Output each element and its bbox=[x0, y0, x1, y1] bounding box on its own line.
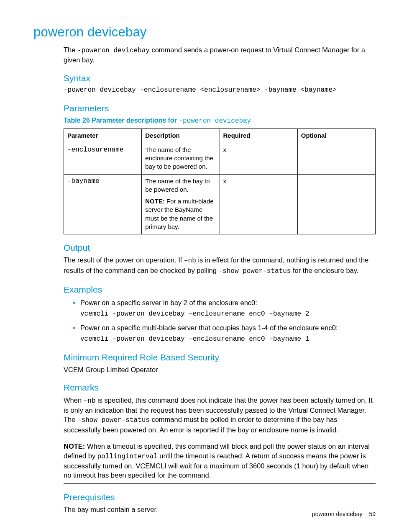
text: for the enclosure bay. bbox=[291, 267, 358, 274]
output-paragraph: The result of the power on operation. If… bbox=[64, 255, 376, 276]
example-text: Power on a specific multi-blade server t… bbox=[80, 324, 338, 332]
remarks-heading: Remarks bbox=[64, 382, 376, 393]
text: The result of the power on operation. If bbox=[64, 256, 184, 264]
inline-code: –nb bbox=[84, 397, 96, 405]
syntax-heading: Syntax bbox=[64, 72, 376, 84]
cell-req: x bbox=[220, 174, 297, 234]
footer-title: poweron devicebay bbox=[312, 511, 363, 517]
cell-desc: The name of the bay to be powered on. NO… bbox=[142, 174, 220, 234]
list-item: Power on a specific server in bay 2 of t… bbox=[80, 298, 376, 319]
parameters-heading: Parameters bbox=[64, 103, 376, 114]
inline-code: –nb bbox=[184, 257, 196, 265]
intro-paragraph: The -poweron devicebay command sends a p… bbox=[64, 45, 376, 65]
table-header-row: Parameter Description Required Optional bbox=[64, 129, 376, 143]
page-title: poweron devicebay bbox=[33, 23, 376, 41]
syntax-line: -poweron devicebay -enclosurename <enclo… bbox=[64, 86, 376, 95]
inline-code: pollinginterval bbox=[97, 453, 158, 460]
cell-opt bbox=[297, 143, 375, 174]
examples-heading: Examples bbox=[64, 284, 376, 296]
page-number: 59 bbox=[369, 511, 376, 517]
col-optional: Optional bbox=[297, 129, 375, 143]
example-command: vcemcli -poweron devicebay –enclosurenam… bbox=[80, 335, 376, 344]
text: The name of the bay to be powered on. bbox=[145, 177, 210, 193]
examples-list: Power on a specific server in bay 2 of t… bbox=[64, 298, 376, 344]
text: When bbox=[64, 396, 84, 404]
example-command: vcemcli -poweron devicebay –enclosurenam… bbox=[80, 310, 376, 319]
example-text: Power on a specific server in bay 2 of t… bbox=[80, 299, 257, 306]
page-footer: poweron devicebay 59 bbox=[312, 510, 376, 518]
inline-code: –show power-status bbox=[77, 416, 150, 424]
content: The -poweron devicebay command sends a p… bbox=[64, 45, 376, 514]
col-parameter: Parameter bbox=[64, 129, 142, 143]
list-item: Power on a specific multi-blade server t… bbox=[80, 323, 376, 344]
cell-opt bbox=[297, 174, 375, 234]
table-row: -bayname The name of the bay to be power… bbox=[64, 174, 376, 234]
cell-param: -enclosurename bbox=[64, 143, 142, 174]
cell-param: -bayname bbox=[64, 174, 142, 234]
output-heading: Output bbox=[64, 242, 376, 254]
rbs-text: VCEM Group Limited Operator bbox=[64, 365, 376, 374]
inline-code: -show power-status bbox=[219, 267, 291, 275]
note-box: NOTE: When a timeout is specified, this … bbox=[64, 438, 376, 483]
rbs-heading: Minimum Required Role Based Security bbox=[64, 352, 376, 363]
prereq-heading: Prerequisites bbox=[64, 491, 376, 503]
inline-code: -poweron devicebay bbox=[77, 47, 150, 54]
note-label: NOTE: bbox=[64, 442, 85, 450]
cell-req: x bbox=[220, 143, 297, 174]
table-caption: Table 26 Parameter descriptions for -pow… bbox=[64, 116, 376, 126]
caption-code: -poweron devicebay bbox=[179, 117, 251, 125]
col-required: Required bbox=[220, 129, 297, 143]
col-description: Description bbox=[142, 129, 220, 143]
note-label: NOTE: bbox=[145, 198, 165, 205]
page: poweron devicebay The -poweron devicebay… bbox=[0, 0, 399, 532]
table-row: -enclosurename The name of the enclosure… bbox=[64, 143, 376, 174]
cell-note: NOTE: For a multi-blade server the BayNa… bbox=[145, 197, 216, 231]
caption-strong: Table 26 Parameter descriptions for bbox=[64, 117, 179, 124]
parameters-table: Parameter Description Required Optional … bbox=[64, 129, 376, 235]
remarks-paragraph: When –nb is specified, this command does… bbox=[64, 396, 376, 435]
cell-desc: The name of the enclosure containing the… bbox=[142, 143, 220, 174]
text: The bbox=[64, 46, 77, 54]
